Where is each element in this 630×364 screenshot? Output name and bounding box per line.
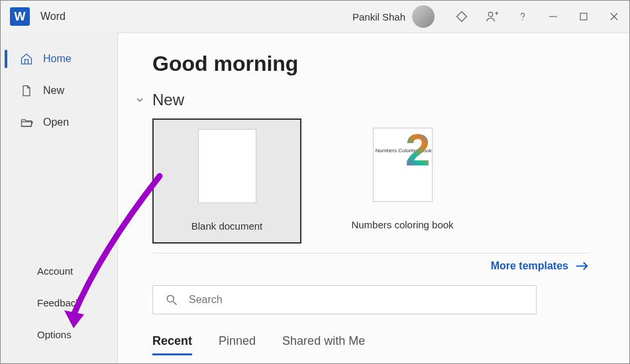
sidebar-item-feedback[interactable]: Feedback bbox=[1, 287, 117, 318]
main-area: Home New Open Account Feedback Options bbox=[1, 32, 629, 363]
sidebar-item-label: Account bbox=[37, 265, 73, 277]
content-area: Good morning New Blank document Numbers … bbox=[117, 32, 629, 363]
sidebar-item-label: Options bbox=[37, 329, 72, 340]
new-section-header[interactable]: New bbox=[132, 91, 629, 109]
template-thumb bbox=[154, 120, 300, 212]
folder-icon bbox=[19, 115, 34, 130]
more-templates-label: More templates bbox=[491, 260, 568, 272]
template-blank-document[interactable]: Blank document bbox=[152, 118, 301, 244]
document-icon bbox=[19, 83, 34, 98]
sidebar-item-open[interactable]: Open bbox=[1, 107, 117, 138]
diamond-icon[interactable] bbox=[446, 1, 477, 32]
home-icon bbox=[19, 52, 34, 66]
sidebar-item-label: New bbox=[43, 85, 64, 97]
sidebar-item-label: Home bbox=[43, 53, 72, 65]
close-button[interactable] bbox=[599, 1, 629, 32]
template-label: Numbers coloring book bbox=[328, 211, 477, 241]
word-app-icon: W bbox=[10, 7, 30, 26]
tab-pinned[interactable]: Pinned bbox=[219, 334, 256, 355]
search-icon bbox=[165, 293, 178, 306]
tab-recent[interactable]: Recent bbox=[152, 334, 192, 355]
tab-shared-with-me[interactable]: Shared with Me bbox=[282, 334, 365, 355]
titlebar: W Word Pankil Shah bbox=[1, 1, 629, 32]
divider bbox=[152, 253, 590, 253]
search-input[interactable] bbox=[189, 294, 524, 306]
template-thumb: Numbers Coloring Book 2 bbox=[328, 118, 477, 211]
coloring-book-icon: Numbers Coloring Book 2 bbox=[373, 128, 433, 202]
sidebar: Home New Open Account Feedback Options bbox=[1, 32, 117, 363]
chevron-down-icon bbox=[132, 93, 147, 107]
sidebar-bottom: Account Feedback Options bbox=[1, 255, 117, 363]
blank-page-icon bbox=[198, 129, 256, 203]
svg-point-1 bbox=[522, 19, 523, 20]
minimize-button[interactable] bbox=[538, 1, 568, 32]
app-title: Word bbox=[40, 11, 66, 23]
svg-point-7 bbox=[167, 295, 174, 302]
svg-rect-3 bbox=[580, 13, 587, 20]
svg-line-8 bbox=[174, 302, 177, 305]
titlebar-right: Pankil Shah bbox=[352, 1, 629, 32]
avatar[interactable] bbox=[412, 5, 435, 28]
sidebar-item-new[interactable]: New bbox=[1, 75, 117, 107]
help-icon[interactable] bbox=[507, 1, 538, 32]
sidebar-item-account[interactable]: Account bbox=[1, 255, 117, 287]
template-label: Blank document bbox=[154, 212, 300, 242]
template-row: Blank document Numbers Coloring Book 2 N… bbox=[152, 118, 629, 244]
sidebar-item-options[interactable]: Options bbox=[1, 318, 117, 350]
sidebar-item-home[interactable]: Home bbox=[1, 43, 117, 75]
more-templates-link[interactable]: More templates bbox=[152, 260, 590, 272]
page-title: Good morning bbox=[152, 52, 629, 76]
sidebar-item-label: Feedback bbox=[37, 297, 81, 308]
search-box[interactable] bbox=[152, 285, 537, 314]
template-numbers-coloring-book[interactable]: Numbers Coloring Book 2 Numbers coloring… bbox=[328, 118, 477, 244]
sidebar-item-label: Open bbox=[43, 116, 69, 128]
arrow-right-icon bbox=[575, 261, 590, 271]
recent-tabs: Recent Pinned Shared with Me bbox=[152, 334, 629, 355]
user-name[interactable]: Pankil Shah bbox=[352, 11, 405, 23]
number-two-graphic: 2 bbox=[405, 130, 431, 170]
section-title: New bbox=[152, 91, 184, 109]
maximize-button[interactable] bbox=[568, 1, 599, 32]
account-manager-icon[interactable] bbox=[477, 1, 507, 32]
svg-point-0 bbox=[488, 12, 493, 17]
